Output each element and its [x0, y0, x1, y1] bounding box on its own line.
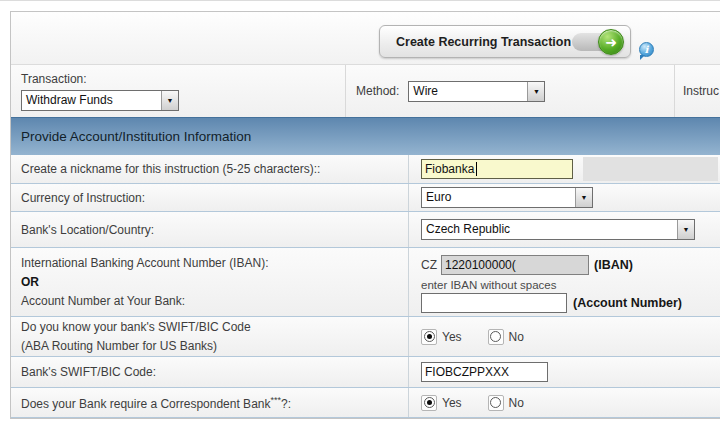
swift-no-label: No: [509, 330, 524, 344]
iban-label: International Banking Account Number (IB…: [21, 254, 400, 273]
swift-question-line2: (ABA Routing Number for US Banks): [21, 337, 400, 356]
dropdown-arrow-icon: ▼: [575, 188, 592, 207]
account-number-label: Account Number at Your Bank:: [21, 292, 400, 311]
currency-select-value: Euro: [422, 188, 575, 207]
green-arrow-icon: ➜: [598, 29, 624, 55]
swift-question-line1: Do you know your bank's SWIFT/BIC Code: [21, 318, 400, 337]
method-cell: Method: Wire ▼: [356, 65, 545, 117]
correspondent-yes-radio[interactable]: [421, 395, 437, 411]
go-arrow-icon: ➜: [572, 29, 624, 55]
country-label: Bank's Location/Country:: [21, 223, 400, 237]
currency-label: Currency of Instruction:: [21, 191, 400, 205]
swift-code-row: Bank's SWIFT/BIC Code:: [11, 357, 720, 388]
correspondent-no-label: No: [509, 396, 524, 410]
swift-question-label-cell: Do you know your bank's SWIFT/BIC Code (…: [11, 317, 409, 356]
transaction-select[interactable]: Withdraw Funds ▼: [21, 90, 179, 111]
instruction-cell: Instruc: [683, 65, 719, 117]
currency-select[interactable]: Euro ▼: [421, 187, 593, 208]
transaction-method-row: Transaction: Withdraw Funds ▼ Method: Wi…: [11, 65, 720, 117]
correspondent-yes-label: Yes: [442, 396, 462, 410]
currency-field-cell: Euro ▼: [409, 184, 720, 211]
transaction-form-panel: Create Recurring Transaction ➜ i Transac…: [10, 11, 720, 419]
swift-yes-radio[interactable]: [421, 329, 437, 345]
instruction-label: Instruc: [683, 84, 719, 98]
swift-code-label: Bank's SWIFT/BIC Code:: [21, 365, 400, 379]
column-divider: [345, 65, 346, 117]
method-select[interactable]: Wire ▼: [408, 81, 545, 102]
dropdown-arrow-icon: ▼: [677, 220, 694, 239]
country-field-cell: Czech Republic ▼: [409, 212, 720, 247]
dropdown-arrow-icon: ▼: [161, 91, 178, 110]
account-suffix-label: (Account Number): [573, 296, 682, 310]
currency-row: Currency of Instruction: Euro ▼: [11, 184, 720, 212]
swift-yes-label: Yes: [442, 330, 462, 344]
correspondent-footnote-marker: ***: [270, 395, 281, 405]
iban-country-prefix: CZ: [421, 258, 437, 272]
transaction-label: Transaction:: [21, 72, 179, 86]
swift-code-input[interactable]: [421, 362, 548, 382]
text-caret: [476, 162, 477, 176]
correspondent-label: Does your Bank require a Correspondent B…: [21, 395, 400, 411]
account-number-input[interactable]: [421, 293, 567, 313]
nickname-input[interactable]: [421, 159, 573, 179]
iban-row: International Banking Account Number (IB…: [11, 248, 720, 317]
disabled-panel: [583, 157, 718, 181]
section-header: Provide Account/Institution Information: [11, 117, 720, 155]
iban-hint: enter IBAN without spaces: [421, 279, 557, 291]
transaction-cell: Transaction: Withdraw Funds ▼: [21, 72, 179, 111]
nickname-field-cell: [409, 155, 720, 183]
method-label: Method:: [356, 84, 399, 98]
recurring-transaction-row: Create Recurring Transaction ➜ i: [11, 12, 720, 65]
transaction-select-value: Withdraw Funds: [22, 91, 161, 110]
currency-label-cell: Currency of Instruction:: [11, 184, 409, 211]
iban-suffix-label: (IBAN): [594, 258, 633, 272]
correspondent-row: Does your Bank require a Correspondent B…: [11, 388, 720, 418]
withdraw-funds-page: Create Recurring Transaction ➜ i Transac…: [0, 0, 720, 428]
nickname-row: Create a nickname for this instruction (…: [11, 155, 720, 184]
iban-label-cell: International Banking Account Number (IB…: [11, 248, 409, 316]
page-top-divider: [0, 0, 720, 1]
swift-question-row: Do you know your bank's SWIFT/BIC Code (…: [11, 317, 720, 357]
correspondent-field-cell: Yes No: [409, 388, 720, 417]
correspondent-no-radio[interactable]: [488, 395, 504, 411]
info-icon-glyph: i: [645, 44, 649, 55]
swift-question-field-cell: Yes No: [409, 317, 720, 356]
method-select-value: Wire: [409, 82, 527, 101]
info-icon[interactable]: i: [639, 42, 654, 57]
country-select-value: Czech Republic: [422, 220, 677, 239]
correspondent-label-cell: Does your Bank require a Correspondent B…: [11, 388, 409, 417]
country-row: Bank's Location/Country: Czech Republic …: [11, 212, 720, 248]
or-label: OR: [21, 273, 400, 292]
dropdown-arrow-icon: ▼: [527, 82, 544, 101]
country-label-cell: Bank's Location/Country:: [11, 212, 409, 247]
iban-input[interactable]: [441, 255, 589, 275]
nickname-label: Create a nickname for this instruction (…: [21, 162, 400, 176]
country-select[interactable]: Czech Republic ▼: [421, 219, 695, 240]
create-recurring-transaction-button[interactable]: Create Recurring Transaction ➜: [379, 25, 631, 58]
create-recurring-transaction-label: Create Recurring Transaction: [396, 35, 571, 49]
swift-no-radio[interactable]: [488, 329, 504, 345]
swift-code-label-cell: Bank's SWIFT/BIC Code:: [11, 357, 409, 387]
section-title: Provide Account/Institution Information: [21, 129, 251, 144]
nickname-label-cell: Create a nickname for this instruction (…: [11, 155, 409, 183]
column-divider: [674, 65, 675, 117]
swift-code-field-cell: [409, 357, 720, 387]
iban-field-cell: CZ (IBAN) enter IBAN without spaces (Acc…: [409, 248, 720, 316]
